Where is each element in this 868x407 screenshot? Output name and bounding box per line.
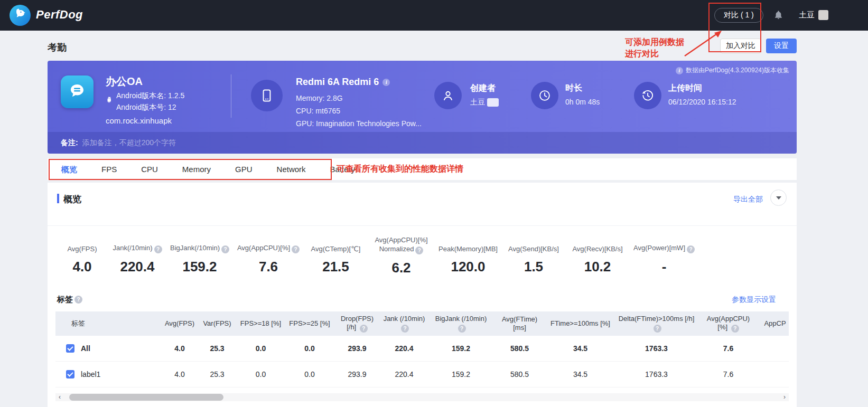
section-accent-bar	[57, 194, 59, 203]
help-icon[interactable]	[74, 296, 82, 304]
notification-bell-icon[interactable]	[773, 10, 783, 23]
table-cell: 580.5	[494, 344, 545, 353]
top-navbar: PerfDog 对比 ( 1 ) 土豆	[0, 0, 868, 31]
table-cell: 159.2	[428, 370, 494, 378]
scrollbar-thumb[interactable]	[69, 394, 223, 401]
user-avatar[interactable]	[818, 10, 828, 20]
help-icon[interactable]	[401, 325, 409, 333]
metric-label: Avg(Power)[mW]	[630, 235, 698, 253]
column-header: 标签	[55, 319, 161, 328]
help-icon[interactable]	[654, 325, 661, 333]
metric-value: 6.2	[368, 260, 434, 276]
app-icon	[61, 75, 94, 108]
metric-8: Avg(Recv)[KB/s]10.2	[565, 235, 630, 276]
upload-time-label: 上传时间	[668, 83, 702, 94]
table-cell: 4.0	[161, 370, 198, 378]
column-header: Jank (/10min)	[380, 315, 428, 333]
tab-fps[interactable]: FPS	[89, 158, 129, 180]
brand-name: PerfDog	[36, 8, 83, 22]
creator-value: 土豆	[470, 98, 499, 107]
metric-0: Avg(FPS)4.0	[55, 235, 109, 276]
table-header-row: 标签Avg(FPS)Var(FPS)FPS>=18 [%]FPS>=25 [%]…	[55, 311, 789, 336]
table-cell: 34.5	[545, 344, 615, 353]
column-header: Var(FPS)	[198, 319, 236, 328]
overview-metrics: Avg(FPS)4.0Jank(/10min)220.4BigJank(/10m…	[55, 235, 698, 276]
table-cell: 220.4	[380, 344, 428, 353]
metric-4: Avg(CTemp)[℃]21.5	[303, 235, 368, 276]
tab-network[interactable]: Network	[265, 158, 318, 180]
metric-label: Avg(CTemp)[℃]	[303, 235, 368, 253]
help-icon[interactable]	[415, 247, 423, 254]
app-package: com.rock.xinhuapk	[106, 116, 172, 125]
metric-value: 7.6	[234, 259, 303, 275]
help-icon[interactable]	[221, 245, 229, 253]
column-header: BigJank (/10min)	[428, 315, 494, 333]
metric-value: 120.0	[434, 259, 502, 275]
metric-1: Jank(/10min)220.4	[109, 235, 166, 276]
table-cell: 220.4	[380, 370, 428, 378]
help-icon[interactable]	[360, 325, 368, 333]
user-name[interactable]: 土豆	[799, 10, 815, 20]
metric-label: Avg(AppCPU)[%]	[234, 235, 303, 253]
duration-value: 0h 0m 48s	[565, 98, 600, 106]
dog-icon	[13, 7, 27, 23]
scrollbar-track[interactable]	[64, 393, 780, 401]
metric-value: 21.5	[303, 259, 368, 275]
compare-button[interactable]: 对比 ( 1 )	[714, 8, 763, 23]
page-title: 考勤	[48, 41, 67, 54]
table-cell: 34.5	[545, 370, 615, 378]
metric-value: 159.2	[166, 259, 234, 275]
overview-card: 概览 导出全部 Avg(FPS)4.0Jank(/10min)220.4BigJ…	[48, 183, 797, 407]
collapse-button[interactable]	[770, 190, 787, 206]
metric-6: Peak(Memory)[MB]120.0	[434, 235, 502, 276]
creator-label: 创建者	[470, 83, 496, 94]
help-icon[interactable]	[292, 245, 300, 253]
export-all-link[interactable]: 导出全部	[733, 195, 763, 204]
help-icon[interactable]	[458, 325, 466, 333]
tab-cpu[interactable]: CPU	[129, 158, 170, 180]
perfdog-logo	[10, 5, 31, 26]
duration-label: 时长	[565, 83, 582, 94]
metric-label: BigJank(/10min)	[166, 235, 234, 253]
row-label-cell: label1	[55, 370, 161, 378]
chat-bubble-icon	[68, 81, 87, 102]
row-checkbox[interactable]	[66, 370, 74, 378]
metric-value: 4.0	[55, 259, 109, 275]
scroll-left-arrow[interactable]	[55, 393, 64, 401]
table-cell: 0.0	[285, 344, 334, 353]
row-checkbox[interactable]	[66, 344, 74, 353]
table-cell: 25.3	[198, 344, 236, 353]
horizontal-scrollbar	[55, 393, 789, 401]
tab-gpu[interactable]: GPU	[223, 158, 265, 180]
table-cell: 7.6	[697, 344, 759, 353]
device-info-icon[interactable]: i	[382, 79, 390, 86]
device-memory: Memory: 2.8G	[296, 94, 343, 102]
device-gpu: GPU: Imagination Technologies Pow...	[296, 119, 422, 128]
help-icon[interactable]	[687, 245, 695, 253]
help-icon[interactable]	[154, 245, 162, 253]
metric-label: Avg(AppCPU)[%]Normalized	[368, 235, 434, 254]
app-name: 办公OA	[106, 74, 143, 89]
column-header: Drop(FPS)[/h]	[334, 315, 380, 333]
scroll-right-arrow[interactable]	[780, 393, 789, 401]
help-icon[interactable]	[731, 325, 739, 333]
settings-button[interactable]: 设置	[766, 39, 797, 53]
row-label: label1	[81, 370, 100, 378]
chevron-down-icon	[776, 196, 781, 200]
tab-memory[interactable]: Memory	[170, 158, 223, 180]
metric-9: Avg(Power)[mW]-	[630, 235, 698, 276]
app-version-code: Android版本号: 12	[116, 103, 176, 112]
table-cell: 1763.3	[615, 344, 697, 353]
annotation-compare-note-line1: 可添加用例数据	[625, 37, 684, 48]
tab-overview[interactable]: 概览	[49, 158, 89, 180]
metric-label: Avg(FPS)	[55, 235, 109, 253]
metric-label: Peak(Memory)[MB]	[434, 235, 502, 253]
metric-value: 10.2	[565, 259, 630, 275]
table-cell: 293.9	[334, 370, 380, 378]
annotation-tabs-note: 可查看所有收集到的性能数据详情	[337, 164, 463, 175]
params-display-settings-link[interactable]: 参数显示设置	[732, 295, 776, 305]
column-header: Delta(FTime)>100ms [/h]	[615, 315, 697, 333]
add-compare-button[interactable]: 加入对比	[720, 39, 761, 53]
annotation-compare-note-line2: 进行对比	[625, 49, 659, 60]
remark-input[interactable]: 添加备注，不超过200个字符	[82, 138, 797, 148]
